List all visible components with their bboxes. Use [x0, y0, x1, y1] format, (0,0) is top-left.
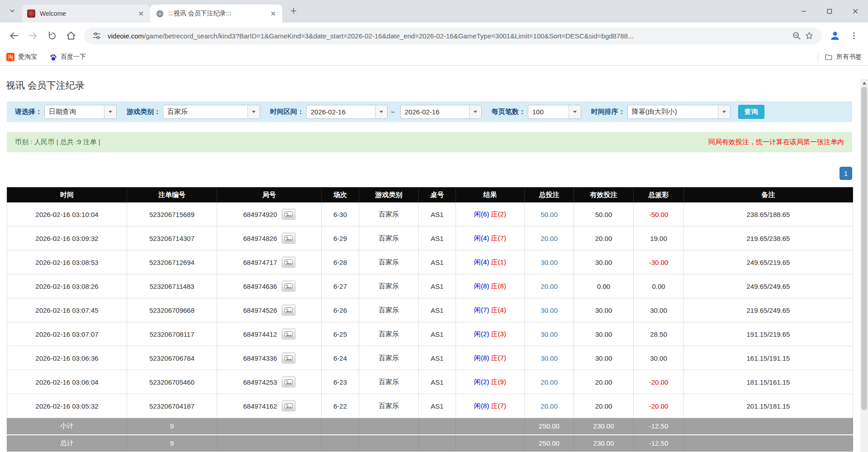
home-button[interactable] [63, 28, 79, 44]
valid-bet-cell: 20.00 [574, 394, 634, 418]
tab-title: :::视讯 会员下注纪录::: [168, 9, 269, 18]
table-no-cell: AS1 [419, 370, 456, 394]
footer-label-cell: 总计 [7, 435, 127, 452]
replay-video-button[interactable] [282, 305, 295, 315]
date-start-value: 2026-02-16 [307, 105, 375, 118]
tab-bet-record[interactable]: :::视讯 会员下注纪录::: [150, 5, 282, 23]
session-cell: 6-28 [322, 250, 359, 274]
bet-records-table: 时间 注单编号 局号 场次 游戏类别 桌号 结果 总投注 有效投注 总派彩 备注… [7, 187, 853, 452]
bet-id-cell: 523206706784 [127, 346, 217, 370]
per-page-select[interactable]: 100 [528, 105, 581, 119]
bookmark-taobao[interactable]: 淘 爱淘宝 [6, 53, 37, 61]
replay-video-button[interactable] [282, 329, 295, 339]
total-row: 总计9250.00230.00-12.50 [7, 435, 853, 452]
bet-id-cell: 523206705460 [127, 370, 217, 394]
bet-record-row: 2026-02-16 03:07:45523206709668684974526… [7, 298, 853, 322]
total-bet-cell: 20.00 [525, 394, 574, 418]
url-bar[interactable]: videoie.com/game/betrecord_search/kind3?… [84, 28, 822, 44]
result-player: 闲(7) [474, 306, 489, 314]
result-player: 闲(8) [474, 354, 489, 362]
bet-id-cell: 523206712694 [127, 250, 217, 274]
dropdown-arrow-icon[interactable] [375, 105, 387, 118]
replay-video-button[interactable] [282, 209, 295, 220]
baidu-paw-icon [49, 53, 57, 61]
dropdown-arrow-icon[interactable] [247, 105, 260, 118]
round-number: 684974162 [243, 402, 277, 410]
summary-currency-total: 币别 : 人民币 | 总共 :9 注单 | [15, 138, 100, 146]
bookmarks-bar: 淘 爱淘宝 百度一下 所有书签 [0, 49, 868, 66]
footer-empty-cell [217, 435, 322, 452]
scrollbar-thumb[interactable] [861, 87, 867, 410]
dropdown-arrow-icon[interactable] [569, 105, 581, 118]
result-player: 闲(8) [474, 282, 489, 290]
dropdown-arrow-icon[interactable] [104, 105, 116, 118]
profile-avatar[interactable] [827, 28, 843, 44]
date-mode-select[interactable]: 日期查询 [44, 105, 117, 119]
bookmark-baidu[interactable]: 百度一下 [49, 53, 86, 61]
replay-video-button[interactable] [282, 377, 295, 387]
replay-video-button[interactable] [282, 281, 295, 292]
new-tab-button[interactable] [287, 5, 300, 19]
result-cell: 闲(2) 庄(9) [456, 370, 525, 394]
total-bet-cell: 50.00 [525, 202, 574, 226]
dropdown-arrow-icon[interactable] [469, 105, 481, 118]
dropdown-arrow-icon[interactable] [718, 105, 730, 118]
valid-bet-cell: 20.00 [574, 370, 634, 394]
date-end-select[interactable]: 2026-02-16 [400, 105, 482, 119]
time-cell: 2026-02-16 03:09:32 [7, 226, 127, 250]
table-body: 2026-02-16 03:10:04523206715689684974920… [7, 202, 853, 452]
sort-order-select[interactable]: 降幂(由大到小) [627, 105, 730, 119]
bet-record-row: 2026-02-16 03:07:07523206708117684974412… [7, 322, 853, 346]
scrollbar-up-arrow[interactable] [860, 79, 868, 87]
search-button[interactable]: 查询 [738, 105, 764, 119]
maximize-button[interactable] [816, 0, 842, 23]
browser-menu-button[interactable] [846, 28, 862, 44]
bet-id-cell: 523206708117 [127, 322, 217, 346]
zoom-icon[interactable] [790, 29, 803, 42]
game-type-cell: 百家乐 [359, 298, 419, 322]
page-scrollbar[interactable] [860, 79, 868, 452]
all-bookmarks[interactable]: 所有书签 [818, 52, 862, 61]
tab-close-icon[interactable] [137, 9, 146, 18]
table-no-cell: AS1 [419, 226, 456, 250]
replay-video-button[interactable] [282, 257, 295, 268]
valid-bet-cell: 0.00 [574, 274, 634, 298]
back-button[interactable] [6, 28, 22, 44]
time-cell: 2026-02-16 03:06:04 [7, 370, 127, 394]
page-1-button[interactable]: 1 [840, 167, 852, 180]
result-banker: 庄(7) [491, 234, 506, 242]
footer-empty-cell [322, 418, 359, 435]
forward-button[interactable] [25, 28, 41, 44]
site-settings-icon[interactable] [90, 29, 103, 42]
footer-count-cell: 9 [127, 418, 217, 435]
footer-empty-cell [322, 435, 359, 452]
game-type-cell: 百家乐 [359, 250, 419, 274]
game-type-cell: 百家乐 [359, 370, 419, 394]
table-no-cell: AS1 [419, 202, 456, 226]
game-type-select[interactable]: 百家乐 [163, 105, 260, 119]
replay-video-button[interactable] [282, 400, 295, 411]
col-header-valid-bet: 有效投注 [574, 188, 634, 202]
tab-close-icon[interactable] [269, 9, 278, 18]
bookmark-star-icon[interactable] [803, 29, 816, 42]
footer-payout-cell: -12.50 [634, 435, 684, 452]
replay-video-button[interactable] [282, 233, 295, 244]
time-cell: 2026-02-16 03:08:53 [7, 250, 127, 274]
close-button[interactable] [842, 0, 868, 23]
payout-cell: 19.00 [634, 226, 684, 250]
replay-video-button[interactable] [282, 353, 295, 363]
footer-empty-cell [684, 418, 853, 435]
time-cell: 2026-02-16 03:07:45 [7, 298, 127, 322]
game-type-cell: 百家乐 [359, 226, 419, 250]
col-header-game-type: 游戏类别 [359, 188, 419, 202]
valid-bet-cell: 30.00 [574, 322, 634, 346]
minimize-button[interactable] [791, 0, 816, 23]
round-cell: 684974636 [217, 274, 322, 298]
tab-search-button[interactable] [5, 5, 19, 19]
tab-welcome[interactable]: Welcome [22, 5, 150, 23]
result-player: 闲(4) [474, 234, 489, 242]
browser-nav-bar: videoie.com/game/betrecord_search/kind3?… [0, 23, 868, 49]
date-start-select[interactable]: 2026-02-16 [306, 105, 388, 119]
reload-button[interactable] [44, 28, 60, 44]
subtotal-row: 小计9250.00230.00-12.50 [7, 418, 853, 435]
